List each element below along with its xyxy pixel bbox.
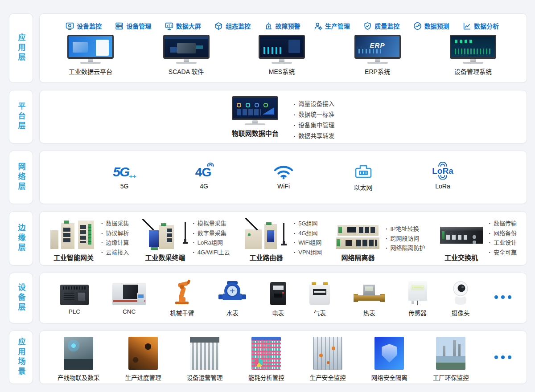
lora-logo-text: LoRa [432,167,453,175]
scenario-label: 产线物联及数采 [58,373,100,382]
water-meter-image [218,278,247,305]
electric-meter-image [270,278,286,305]
alarm-bell-icon [264,22,273,30]
side-label-device: 设备层 [9,273,33,323]
device-items-row: PLC CNC 机械手臂 水表 [40,273,527,317]
edge-device: 工业数采终端 [140,218,190,262]
scenario-environment-monitoring: 工厂环保监控 [433,337,469,382]
edge-device-name: 工业智能网关 [54,253,94,262]
bullet-item: 工业设计 [489,238,517,248]
scenario-label: 工厂环保监控 [433,373,469,382]
ethernet-port-icon [354,161,373,180]
edge-bullet-list: 5G组网 4G组网 WiFi组网 VPN组网 [294,219,322,262]
edge-device: 网络隔离器 [333,218,383,262]
device-label: CNC [123,308,136,315]
scenario-photo [251,337,281,370]
bullet-item: 海量设备接入 [294,99,335,110]
scenario-label: 网络安全隔离 [371,373,407,382]
scenario-production-line: 产线物联及数采 [58,337,100,382]
system-label: MES系统 [269,67,295,76]
device-label: 电表 [272,308,284,317]
device-layer-panel: PLC CNC 机械手臂 水表 [39,273,527,323]
feature-fault-warning: 故障预警 [264,21,300,30]
bullet-item: 设备集中管理 [294,120,335,131]
feature-production-management: 生产管理 [314,21,350,30]
scenario-photo [190,337,219,370]
side-label-text: 应用场景 [16,338,27,377]
network-item-5g: 5G++ 5G [103,161,146,192]
bullet-item: 4G/WiFi上云 [193,248,230,257]
device-label: 摄像头 [452,308,470,317]
edge-device: 工业交换机 [436,218,486,262]
bullet-item: 数据采集 [101,219,129,229]
feature-label: 设备管理 [126,21,151,30]
edge-device-name: 工业路由器 [249,253,283,262]
scenario-network-security: 网络安全隔离 [371,337,407,382]
lora-arcs-bottom [436,175,449,180]
feature-quality-monitoring: 质量监控 [363,21,399,30]
edge-device-name: 网络隔离器 [342,253,375,262]
feature-device-management: 设备管理 [115,21,151,30]
bullet-item: 数字量采集 [193,229,230,238]
layer-row-network: 网络层 5G++ 5G 4G 4G WiF [9,151,527,204]
iot-data-platform: 物联网数据中台 [232,96,279,138]
architecture-diagram: 应用层 设备监控 设备管理 数据大屏 组态监控 [0,0,535,392]
edge-group-daq-terminal: 工业数采终端 模拟量采集 数字量采集 LoRa组网 4G/WiFi上云 [140,218,230,262]
shield-check-icon [363,22,372,30]
network-item-label: 4G [200,183,208,190]
device-electric-meter: 电表 [270,278,286,317]
bullet-item: 安全可靠 [489,248,517,257]
device-sensor: 传感器 [408,278,427,317]
scenario-label: 能耗分析管控 [248,373,284,382]
system-label: 设备管理系统 [454,67,492,76]
device-camera: 摄像头 [450,278,471,317]
bullet-item: 数据统一标准 [294,110,335,120]
device-label: 传感器 [408,308,427,317]
monitor-graphic [67,35,114,64]
heat-meter-image [354,278,385,305]
edge-device-name: 工业数采终端 [145,253,185,262]
4g-signal-arcs [206,161,215,167]
scenario-production-safety: 生产安全监控 [310,337,346,382]
feature-device-monitoring: 设备监控 [66,21,102,30]
scenario-production-progress: 生产进度管理 [125,337,161,382]
bullet-item: LoRa组网 [193,238,230,248]
trend-circle-icon [413,22,422,30]
edge-group-router: 工业路由器 5G组网 4G组网 WiFi组网 VPN组网 [241,218,322,262]
cnc-image [112,278,146,305]
plc-image [60,278,89,305]
network-item-label: LoRa [435,183,450,190]
person-gear-icon [314,22,322,30]
device-robot-arm: 机械手臂 [169,278,194,317]
gas-meter-image [309,278,330,305]
network-layer-panel: 5G++ 5G 4G 4G WiFi [39,151,527,204]
edge-group-switch: 工业交换机 数据传输 网络备份 工业设计 安全可靠 [436,218,517,262]
network-item-label: WiFi [277,183,290,190]
scenario-photo [128,337,158,370]
industrial-gateway-image [49,218,99,252]
feature-data-analysis: 数据分析 [463,21,499,30]
edge-bullet-list: 数据传输 网络备份 工业设计 安全可靠 [489,219,517,262]
dashboard-screen-icon [165,22,173,30]
industrial-switch-image [436,218,486,252]
bullet-item: 云端接入 [101,248,129,257]
device-cnc: CNC [112,278,146,317]
feature-scada-monitoring: 组态监控 [214,21,251,30]
bullet-item: 5G组网 [294,219,322,229]
scenario-photo [64,337,93,370]
side-label-scenarios: 应用场景 [9,331,33,384]
network-isolator-image [333,218,383,252]
4g-icon: 4G [195,161,213,180]
scenario-layer-panel: 产线物联及数采 生产进度管理 设备运营管理 能耗分析管控 生产安全监控 [39,331,527,384]
bullet-item: 跨网段访问 [386,234,425,244]
feature-row: 设备监控 设备管理 数据大屏 组态监控 故障预警 [40,14,527,30]
edge-layer-panel: 工业智能网关 数据采集 协议解析 边缘计算 云端接入 工业数采终端 [39,211,527,265]
system-label: ERP系统 [365,67,390,76]
bullet-item: VPN组网 [294,248,322,257]
feature-label: 设备监控 [77,21,102,30]
industrial-router-image [241,218,291,252]
edge-device: 工业智能网关 [49,218,99,262]
5g-icon: 5G++ [113,161,136,180]
feature-label: 生产管理 [325,21,350,30]
5g-logo-text: 5G [113,164,129,180]
